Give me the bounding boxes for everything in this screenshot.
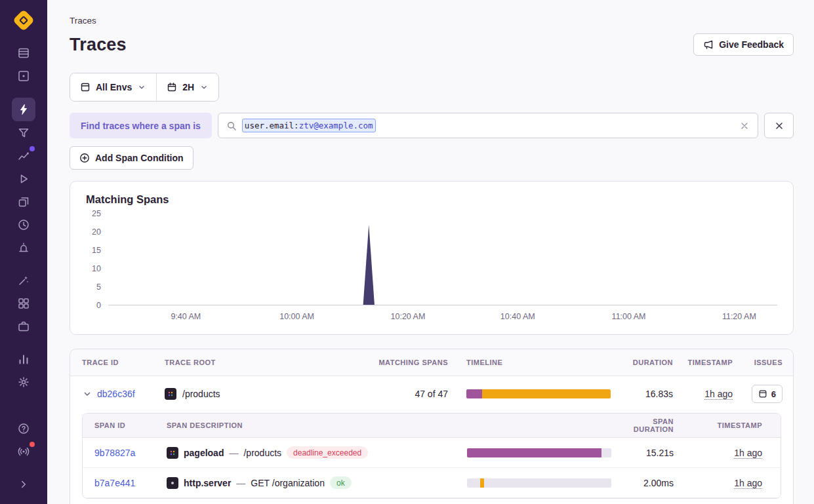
- sidebar-item-inbox[interactable]: [12, 42, 35, 64]
- y-tick-label: 0: [96, 301, 101, 310]
- col-trace-id: TRACE ID: [82, 359, 165, 366]
- col-duration: DURATION: [611, 359, 673, 366]
- span-timeline-bar: [467, 448, 611, 457]
- issues-icon: [758, 389, 767, 398]
- col-timeline: TIMELINE: [448, 359, 611, 366]
- search-token[interactable]: user.email:ztv@example.com: [242, 119, 376, 132]
- chevron-down-icon: [199, 83, 209, 92]
- broadcast-icon: [17, 445, 30, 458]
- issues-count: 6: [771, 389, 776, 399]
- span-timestamp[interactable]: 1h ago: [734, 478, 762, 489]
- matching-spans-panel: Matching Spans 0510152025 9:40 AM10:00 A…: [70, 181, 794, 335]
- sidebar-item-traces[interactable]: [12, 98, 35, 121]
- trace-row[interactable]: db26c36f /products 47 of 47 16.83s 1h ag…: [70, 376, 793, 412]
- span-timestamp[interactable]: 1h ago: [734, 448, 762, 459]
- span-condition-label: Find traces where a span is: [70, 113, 212, 138]
- window-icon: [80, 82, 91, 92]
- delete-condition-button[interactable]: [764, 113, 794, 138]
- sidebar-expand-button[interactable]: [12, 473, 35, 495]
- time-period-label: 2H: [182, 82, 194, 92]
- plus-circle-icon: [79, 153, 90, 163]
- col-issues: ISSUES: [733, 359, 783, 366]
- span-row[interactable]: b7a7e441 http.server — GET /organization…: [83, 468, 781, 498]
- span-duration: 2.00ms: [611, 478, 674, 488]
- filter-group: All Envs 2H: [70, 73, 219, 102]
- page-title: Traces: [70, 35, 127, 55]
- span-row[interactable]: 9b78827a pageload — /products deadline_e…: [83, 438, 781, 468]
- span-description: GET /organization: [251, 478, 325, 488]
- span-id-link[interactable]: b7a7e441: [94, 478, 167, 488]
- grid-icon: [17, 297, 30, 310]
- layers-icon: [17, 195, 30, 208]
- project-avatar: [167, 447, 178, 459]
- calendar-icon: [167, 82, 177, 92]
- x-tick-label: 11:00 AM: [612, 312, 646, 321]
- frame-icon: [17, 69, 30, 83]
- trace-timestamp[interactable]: 1h ago: [704, 389, 733, 400]
- sidebar-item-stacks[interactable]: [12, 191, 35, 213]
- siren-icon: [17, 241, 30, 254]
- chart-spike-series: [108, 214, 777, 305]
- funnel-icon: [17, 126, 30, 140]
- sidebar-item-whats-new[interactable]: [12, 440, 35, 463]
- help-icon: [17, 422, 30, 435]
- gear-icon: [17, 376, 30, 389]
- environment-filter[interactable]: All Envs: [70, 73, 156, 101]
- inbox-icon: [17, 47, 30, 60]
- main-content: Traces Traces Give Feedback All Envs 2H …: [47, 0, 814, 504]
- add-span-condition-button[interactable]: Add Span Condition: [70, 146, 193, 170]
- y-tick-label: 15: [92, 246, 101, 255]
- environment-filter-label: All Envs: [96, 82, 132, 92]
- y-tick-label: 20: [92, 227, 101, 237]
- sidebar-item-projects[interactable]: [12, 65, 35, 87]
- span-timeline-bar: [467, 478, 611, 488]
- sidebar-item-replays[interactable]: [12, 168, 35, 190]
- span-op: http.server: [184, 478, 231, 488]
- span-op: pageload: [184, 448, 224, 458]
- trace-id-link[interactable]: db26c36f: [97, 389, 135, 399]
- sidebar-item-stats[interactable]: [12, 348, 35, 370]
- op-separator: —: [229, 448, 238, 458]
- project-avatar: [165, 388, 176, 400]
- chart-y-axis: 0510152025: [86, 214, 104, 305]
- span-description: /products: [243, 448, 281, 458]
- sidebar: [0, 0, 47, 504]
- span-table-header: SPAN ID SPAN DESCRIPTION SPAN DURATION T…: [83, 414, 781, 438]
- col-timestamp: TIMESTAMP: [673, 359, 733, 366]
- sidebar-item-alerts[interactable]: [12, 237, 35, 259]
- search-icon: [226, 121, 237, 131]
- trace-table-header: TRACE ID TRACE ROOT MATCHING SPANS TIMEL…: [70, 349, 793, 376]
- trace-timeline-bar: [466, 389, 611, 398]
- sidebar-item-help[interactable]: [12, 417, 35, 440]
- clear-search-icon[interactable]: [739, 121, 750, 131]
- sentry-logo[interactable]: [12, 9, 35, 31]
- sidebar-item-organization[interactable]: [12, 315, 35, 338]
- matching-spans-count: 47 of 47: [343, 389, 448, 399]
- time-period-filter[interactable]: 2H: [156, 73, 218, 101]
- play-icon: [17, 172, 30, 185]
- x-tick-label: 10:00 AM: [279, 312, 314, 321]
- span-id-link[interactable]: 9b78827a: [94, 448, 167, 458]
- add-span-condition-label: Add Span Condition: [95, 153, 184, 163]
- sidebar-item-funnel[interactable]: [12, 122, 35, 144]
- sidebar-item-insights[interactable]: [12, 145, 35, 167]
- op-separator: —: [236, 478, 245, 488]
- sidebar-item-settings[interactable]: [12, 371, 35, 393]
- chevron-right-icon: [18, 478, 30, 490]
- sidebar-item-apps[interactable]: [12, 292, 35, 315]
- col-matching-spans: MATCHING SPANS: [343, 359, 448, 366]
- x-tick-label: 11:20 AM: [722, 312, 756, 321]
- breadcrumb[interactable]: Traces: [70, 16, 794, 26]
- col-trace-root: TRACE ROOT: [165, 359, 343, 366]
- chart-line-icon: [17, 149, 30, 163]
- sidebar-item-tools[interactable]: [12, 269, 35, 292]
- span-search-input[interactable]: user.email:ztv@example.com: [218, 113, 758, 138]
- issues-button[interactable]: 6: [752, 385, 783, 403]
- chart-title: Matching Spans: [86, 193, 777, 206]
- collapse-trace-icon[interactable]: [82, 389, 92, 399]
- sidebar-item-history[interactable]: [12, 214, 35, 236]
- chart-plot-area[interactable]: [108, 214, 777, 305]
- briefcase-icon: [17, 320, 30, 333]
- clock-icon: [17, 218, 30, 231]
- give-feedback-button[interactable]: Give Feedback: [693, 33, 794, 56]
